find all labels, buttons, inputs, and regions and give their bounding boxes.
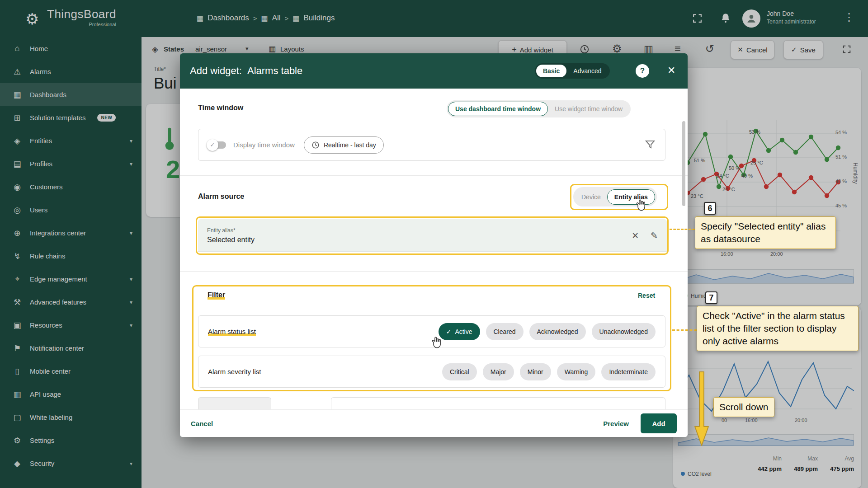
alarm-source-toggle: Device Entity alias	[573, 187, 657, 206]
check-icon: ✓	[446, 328, 452, 335]
entity-alias-field-value: Selected entity	[207, 236, 620, 244]
severity-chip-warning[interactable]: Warning	[557, 363, 596, 380]
section-divider	[180, 271, 688, 272]
dialog-footer: Cancel Preview Add	[180, 409, 688, 437]
alarm-severity-list-label: Alarm severity list	[208, 368, 261, 375]
entity-alias-field[interactable]: Entity alias* Selected entity ✕ ✎	[198, 219, 667, 252]
status-chip-acknowledged[interactable]: Acknowledged	[529, 323, 586, 340]
severity-chip-minor[interactable]: Minor	[520, 363, 551, 380]
alarm-source-entity-alias-button[interactable]: Entity alias	[607, 189, 655, 205]
dialog-widget-type: Alarms table	[247, 65, 302, 77]
next-section-peek	[198, 397, 271, 409]
dialog-title: Add widget: Alarms table	[190, 53, 302, 89]
close-dialog-icon[interactable]: ✕	[667, 65, 675, 76]
tab-basic[interactable]: Basic	[536, 65, 566, 77]
severity-chip-critical[interactable]: Critical	[442, 363, 477, 380]
dialog-body: Time window Use dashboard time window Us…	[180, 89, 688, 409]
clock-icon	[311, 141, 320, 149]
dialog-header: Add widget: Alarms table Basic Advanced …	[180, 53, 688, 89]
dialog-scrollbar[interactable]	[682, 121, 685, 206]
section-divider	[180, 175, 688, 176]
filter-reset-link[interactable]: Reset	[638, 292, 655, 299]
alarm-source-device-button[interactable]: Device	[575, 193, 607, 201]
display-time-window-label: Display time window	[233, 141, 295, 149]
alarm-status-row: Alarm status list ✓Active Cleared Acknow…	[198, 315, 665, 347]
severity-chip-indeterminate[interactable]: Indeterminate	[601, 363, 656, 380]
edit-alias-icon[interactable]: ✎	[651, 230, 658, 241]
dialog-add-button[interactable]: Add	[641, 413, 677, 433]
tab-advanced[interactable]: Advanced	[566, 67, 608, 75]
timewindow-filter-icon[interactable]	[645, 139, 656, 151]
time-window-row: ✓ Display time window Realtime - last da…	[198, 129, 665, 161]
status-chip-unacknowledged[interactable]: Unacknowledged	[592, 323, 656, 340]
time-window-source-toggle: Use dashboard time window Use widget tim…	[447, 100, 631, 117]
alarm-status-list-label: Alarm status list	[208, 328, 256, 335]
next-section-peek	[331, 397, 665, 409]
status-chip-active[interactable]: ✓Active	[439, 323, 480, 340]
dialog-cancel-button[interactable]: Cancel	[191, 420, 213, 427]
time-interval-button[interactable]: Realtime - last day	[304, 136, 384, 154]
use-widget-time-window-button[interactable]: Use widget time window	[548, 105, 629, 113]
entity-alias-field-label: Entity alias*	[207, 227, 620, 234]
mode-toggle: Basic Advanced	[535, 63, 610, 79]
use-dashboard-time-window-button[interactable]: Use dashboard time window	[448, 102, 548, 116]
dialog-preview-button[interactable]: Preview	[603, 420, 629, 427]
alarm-severity-row: Alarm severity list Critical Major Minor…	[198, 356, 665, 388]
help-button[interactable]: ?	[636, 64, 649, 78]
dialog-title-prefix: Add widget:	[190, 65, 242, 77]
filter-heading: Filter	[208, 291, 225, 299]
severity-chip-major[interactable]: Major	[483, 363, 514, 380]
display-time-window-toggle[interactable]: ✓	[208, 141, 226, 149]
clear-alias-icon[interactable]: ✕	[632, 230, 639, 241]
time-window-heading: Time window	[198, 104, 243, 112]
alarm-source-heading: Alarm source	[198, 192, 244, 201]
status-chip-cleared[interactable]: Cleared	[486, 323, 524, 340]
add-widget-dialog: Add widget: Alarms table Basic Advanced …	[180, 53, 688, 437]
